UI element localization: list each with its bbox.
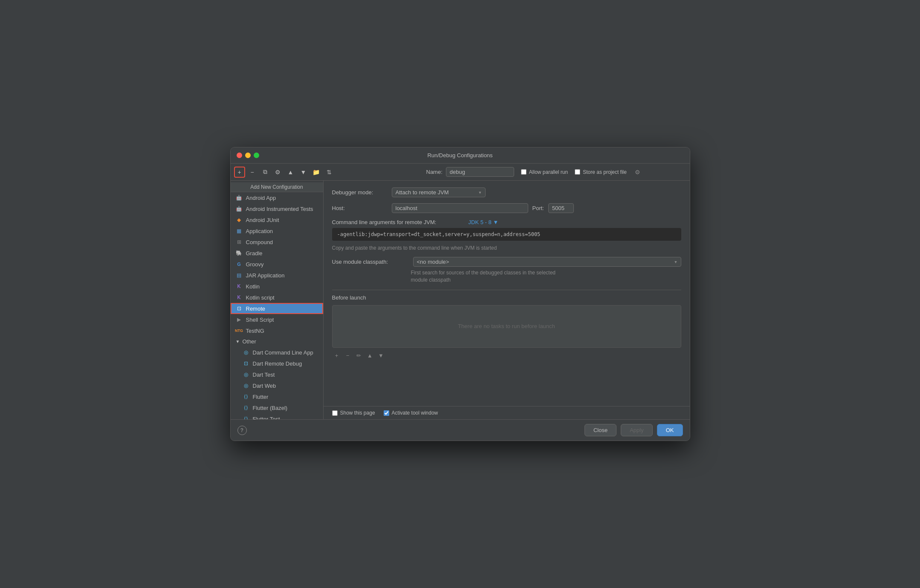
dart-remote-icon: ⊡ bbox=[243, 360, 249, 367]
sidebar-item-dart-web[interactable]: ◎ Dart Web bbox=[231, 380, 323, 391]
sidebar-item-dart-test[interactable]: ◎ Dart Test bbox=[231, 369, 323, 380]
move-down-button[interactable]: ▼ bbox=[298, 167, 309, 178]
move-up-button[interactable]: ▲ bbox=[285, 167, 296, 178]
port-input[interactable] bbox=[548, 203, 574, 213]
sidebar-item-jar-application[interactable]: ▤ JAR Application bbox=[231, 270, 323, 281]
sidebar-item-android-junit[interactable]: ◆ Android JUnit bbox=[231, 214, 323, 225]
other-group[interactable]: ▼ Other bbox=[231, 336, 323, 347]
apply-button[interactable]: Apply bbox=[621, 424, 653, 436]
before-launch-empty: There are no tasks to run before launch bbox=[458, 323, 555, 329]
sidebar-label-flutter: Flutter bbox=[253, 394, 269, 400]
jdk-badge[interactable]: JDK 5 - 8 ▼ bbox=[469, 219, 499, 225]
kotlin-script-icon: K bbox=[236, 294, 243, 301]
close-button[interactable] bbox=[237, 153, 242, 158]
gradle-icon: 🐘 bbox=[236, 250, 243, 257]
sidebar-label-testng: TestNG bbox=[246, 328, 264, 334]
copy-hint: Copy and paste the arguments to the comm… bbox=[332, 245, 681, 251]
sidebar-label-dart-web: Dart Web bbox=[253, 383, 276, 389]
cmd-value: -agentlib:jdwp=transport=dt_socket,serve… bbox=[332, 228, 681, 241]
sidebar-item-application[interactable]: ▦ Application bbox=[231, 225, 323, 236]
sidebar-item-testng[interactable]: NTG TestNG bbox=[231, 325, 323, 336]
sidebar-item-android-instrumented[interactable]: 🤖 Android Instrumented Tests bbox=[231, 203, 323, 214]
sidebar: Add New Configuration 🤖 Android App 🤖 An… bbox=[231, 181, 324, 419]
name-input[interactable] bbox=[446, 167, 514, 177]
port-label: Port: bbox=[532, 205, 544, 211]
other-group-label: Other bbox=[242, 338, 256, 345]
sidebar-label-compound: Compound bbox=[246, 239, 273, 245]
sidebar-item-flutter-test[interactable]: ⟨⟩ Flutter Test bbox=[231, 413, 323, 419]
sidebar-item-groovy[interactable]: G Groovy bbox=[231, 259, 323, 270]
titlebar: Run/Debug Configurations bbox=[231, 147, 690, 164]
help-button[interactable]: ? bbox=[237, 426, 247, 435]
dart-test-icon: ◎ bbox=[243, 371, 249, 378]
show-page-checkbox[interactable] bbox=[332, 410, 338, 416]
add-config-button[interactable]: + bbox=[234, 167, 245, 178]
edit-config-button[interactable]: ⚙ bbox=[272, 167, 284, 178]
host-input[interactable] bbox=[392, 203, 528, 213]
testng-icon: NTG bbox=[236, 327, 243, 334]
dart-cmd-icon: ◎ bbox=[243, 349, 249, 356]
store-as-project-checkbox[interactable] bbox=[575, 169, 580, 175]
sidebar-label-android-instrumented: Android Instrumented Tests bbox=[246, 206, 313, 212]
sort-button[interactable]: ⇅ bbox=[324, 167, 335, 178]
copy-config-button[interactable]: ⧉ bbox=[260, 167, 271, 178]
sidebar-item-flutter[interactable]: ⟨⟩ Flutter bbox=[231, 391, 323, 402]
activate-tool-checkbox[interactable] bbox=[384, 410, 389, 416]
sidebar-item-gradle[interactable]: 🐘 Gradle bbox=[231, 248, 323, 259]
toolbar-right: Name: Allow parallel run Store as projec… bbox=[419, 167, 686, 177]
debugger-mode-select[interactable]: Attach to remote JVM bbox=[392, 187, 486, 197]
groovy-icon: G bbox=[236, 261, 243, 268]
minimize-button[interactable] bbox=[245, 153, 251, 158]
show-page-row: Show this page bbox=[332, 410, 375, 416]
before-launch-edit-button[interactable]: ✏ bbox=[354, 351, 364, 360]
sidebar-item-android-app[interactable]: 🤖 Android App bbox=[231, 192, 323, 203]
other-collapse-icon: ▼ bbox=[236, 339, 240, 344]
sidebar-label-gradle: Gradle bbox=[246, 250, 263, 257]
sidebar-item-kotlin[interactable]: K Kotlin bbox=[231, 281, 323, 292]
maximize-button[interactable] bbox=[254, 153, 259, 158]
sidebar-label-application: Application bbox=[246, 228, 273, 234]
cmd-args-row: Command line arguments for remote JVM: J… bbox=[332, 219, 681, 225]
allow-parallel-checkbox[interactable] bbox=[521, 169, 527, 175]
ok-button[interactable]: OK bbox=[657, 424, 683, 436]
plus-icon: + bbox=[237, 169, 241, 176]
sidebar-item-compound[interactable]: ⊞ Compound bbox=[231, 236, 323, 248]
host-label: Host: bbox=[332, 205, 388, 211]
before-launch-toolbar: + − ✏ ▲ ▼ bbox=[332, 351, 681, 360]
before-launch-add-button[interactable]: + bbox=[332, 351, 341, 360]
android-red-icon: 🤖 bbox=[236, 205, 243, 212]
allow-parallel-row: Allow parallel run bbox=[521, 169, 568, 175]
sidebar-label-android-app: Android App bbox=[246, 195, 276, 201]
sidebar-item-remote[interactable]: ⊡ Remote bbox=[231, 303, 323, 314]
app-icon: ▦ bbox=[236, 228, 243, 234]
sidebar-item-flutter-bazel[interactable]: ⟨⟩ Flutter (Bazel) bbox=[231, 402, 323, 413]
remove-config-button[interactable]: − bbox=[247, 167, 258, 178]
down-icon: ▼ bbox=[301, 169, 307, 176]
before-launch-up-button[interactable]: ▲ bbox=[365, 351, 375, 360]
module-classpath-row: Use module classpath: <no module> bbox=[332, 257, 681, 267]
compound-icon: ⊞ bbox=[236, 239, 243, 245]
main-window: Run/Debug Configurations + − ⧉ ⚙ ▲ ▼ � bbox=[230, 147, 690, 441]
sidebar-label-shell-script: Shell Script bbox=[246, 317, 274, 323]
sidebar-item-shell-script[interactable]: ▶ Shell Script bbox=[231, 314, 323, 325]
module-classpath-select-wrapper: <no module> bbox=[413, 257, 681, 267]
folder-button[interactable]: 📁 bbox=[311, 167, 322, 178]
before-launch-down-button[interactable]: ▼ bbox=[376, 351, 386, 360]
add-config-header: Add New Configuration bbox=[231, 182, 323, 192]
sidebar-label-kotlin: Kotlin bbox=[246, 283, 260, 290]
sidebar-item-dart-cmd[interactable]: ◎ Dart Command Line App bbox=[231, 347, 323, 358]
sidebar-item-dart-remote[interactable]: ⊡ Dart Remote Debug bbox=[231, 358, 323, 369]
sidebar-item-kotlin-script[interactable]: K Kotlin script bbox=[231, 292, 323, 303]
bottom-checkboxes-row: Show this page Activate tool window bbox=[324, 406, 690, 419]
close-button[interactable]: Close bbox=[584, 424, 616, 436]
host-port-row: Host: Port: bbox=[332, 203, 681, 213]
main-content: Add New Configuration 🤖 Android App 🤖 An… bbox=[231, 181, 690, 419]
store-settings-gear-button[interactable]: ⚙ bbox=[634, 168, 642, 176]
sidebar-label-remote: Remote bbox=[246, 306, 266, 312]
help-icon: ? bbox=[240, 427, 243, 433]
module-classpath-select[interactable]: <no module> bbox=[413, 257, 681, 267]
before-launch-remove-button[interactable]: − bbox=[343, 351, 353, 360]
activate-tool-row: Activate tool window bbox=[384, 410, 438, 416]
folder-icon: 📁 bbox=[312, 169, 320, 176]
sidebar-label-dart-remote: Dart Remote Debug bbox=[253, 360, 302, 367]
